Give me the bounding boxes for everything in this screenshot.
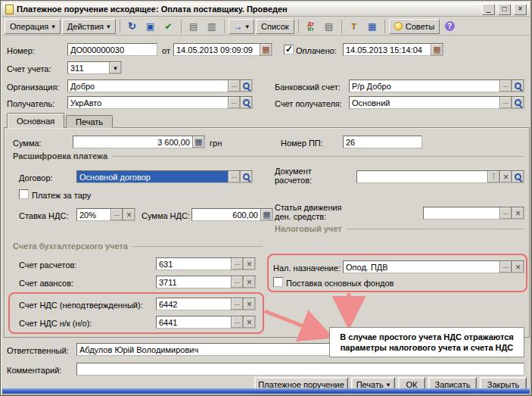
settlement-account-field[interactable]: 631: [156, 257, 256, 270]
lookup-button[interactable]: [512, 97, 524, 108]
settlement-account-label: Счет расчетов:: [19, 260, 76, 270]
annotation-note: В случае простого учета НДС отражаются п…: [329, 327, 524, 357]
post-document-icon[interactable]: [160, 19, 177, 34]
sum-field[interactable]: 3 600,00: [73, 136, 205, 148]
paid-date-field[interactable]: 14.05.2013 15:14:04: [343, 43, 443, 56]
list-button[interactable]: Список: [256, 19, 294, 34]
tab-print[interactable]: Печать: [66, 115, 113, 128]
clear-icon[interactable]: [512, 207, 524, 219]
refresh-icon[interactable]: [124, 19, 141, 34]
recipient-account-field[interactable]: Основний: [349, 96, 524, 109]
table-board-icon[interactable]: [364, 19, 381, 34]
goto-button[interactable]: [229, 19, 255, 34]
number-field[interactable]: ДО000000030: [67, 43, 157, 56]
lookup-button[interactable]: [240, 171, 252, 182]
tare-checkbox[interactable]: [19, 189, 29, 199]
ellipsis-icon[interactable]: [110, 209, 123, 220]
ellipsis-icon[interactable]: [228, 80, 240, 92]
pp-number-field[interactable]: 26: [343, 136, 422, 148]
calculator-icon[interactable]: [192, 136, 204, 148]
bank-account-field[interactable]: Р/р Добро: [349, 80, 524, 92]
vat-nk-field[interactable]: 6441: [156, 316, 256, 329]
maximize-button[interactable]: □: [498, 4, 511, 15]
vat-unconfirmed-label: Счет НДС (неподтвержденный):: [19, 301, 143, 310]
vat-nk-label: Счет НДС н/к (н/о):: [19, 319, 92, 328]
comment-field[interactable]: [76, 363, 524, 376]
vat-rate-field[interactable]: 20%: [76, 208, 135, 221]
magnifier-icon: [514, 98, 523, 108]
settlement-account-value: 631: [157, 258, 231, 270]
document-journal-icon[interactable]: [204, 19, 220, 34]
vat-sum-label: Сумма НДС:: [142, 211, 190, 220]
clear-icon[interactable]: [123, 209, 135, 220]
clear-icon[interactable]: [512, 261, 524, 273]
operation-menu-button[interactable]: Операция: [5, 19, 61, 34]
toolbar-separator: [120, 20, 120, 33]
tips-button[interactable]: Советы: [389, 19, 440, 34]
clear-icon[interactable]: [243, 298, 255, 310]
ellipsis-icon[interactable]: [231, 258, 243, 270]
ellipsis-icon[interactable]: [228, 97, 240, 108]
contract-label: Договор:: [19, 173, 53, 182]
vat-unconfirmed-field[interactable]: 6442: [156, 298, 256, 310]
copy-icon[interactable]: [142, 19, 159, 34]
ellipsis-icon[interactable]: [499, 261, 512, 273]
vat-rate-label: Ставка НДС:: [19, 211, 68, 220]
actions-menu-button[interactable]: Действия: [62, 19, 116, 34]
document-list-icon[interactable]: [185, 19, 202, 34]
contract-value: Основной договор: [77, 171, 228, 182]
number-value: ДО000000030: [68, 44, 157, 55]
recipient-field[interactable]: УкрАвто: [67, 96, 253, 109]
clear-icon[interactable]: [243, 276, 255, 288]
dropdown-icon[interactable]: [109, 62, 121, 73]
type-select-icon[interactable]: [487, 171, 499, 182]
lookup-button[interactable]: [240, 97, 252, 108]
tax-purpose-field[interactable]: Опод. ПДВ: [343, 260, 524, 273]
ellipsis-icon[interactable]: [499, 80, 512, 92]
dtkt-postings-icon[interactable]: [303, 19, 319, 34]
ellipsis-icon[interactable]: [499, 207, 512, 219]
advance-account-field[interactable]: 3711: [156, 276, 256, 288]
ellipsis-icon[interactable]: [231, 276, 243, 288]
lookup-button[interactable]: [512, 171, 524, 182]
help-button[interactable]: [441, 19, 458, 34]
ellipsis-icon[interactable]: [499, 97, 512, 108]
tab-print-label: Печать: [76, 117, 103, 126]
section-payment-details: Расшифровка платежа: [13, 151, 524, 161]
recipient-label: Получатель:: [7, 99, 54, 108]
clear-icon[interactable]: [243, 258, 255, 270]
calendar-icon[interactable]: [431, 44, 443, 55]
calculator-icon[interactable]: [260, 209, 272, 220]
clear-icon[interactable]: [243, 316, 255, 328]
report-icon[interactable]: [321, 19, 338, 34]
section-line: [132, 246, 263, 247]
clear-icon[interactable]: [499, 171, 512, 182]
date-field[interactable]: 14.05.2013 09:09:09: [173, 43, 272, 56]
settlement-doc-field[interactable]: [356, 170, 524, 183]
paid-checkbox[interactable]: [284, 45, 294, 55]
ellipsis-icon[interactable]: [231, 316, 243, 328]
account-combo[interactable]: 311: [67, 61, 122, 74]
section-accounts: Счета бухгалтерского учета: [13, 242, 263, 251]
organization-field[interactable]: Добро: [67, 80, 253, 92]
lookup-button[interactable]: [240, 80, 252, 92]
organization-label: Организация:: [7, 83, 59, 92]
vat-unconfirmed-value: 6442: [157, 298, 231, 310]
close-button[interactable]: ×: [514, 4, 527, 15]
contract-field[interactable]: Основной договор: [76, 170, 253, 183]
structure-icon[interactable]: [346, 19, 362, 34]
tab-main[interactable]: Основная: [7, 113, 64, 128]
cashflow-field[interactable]: [423, 207, 524, 220]
chevron-down-icon: [107, 23, 110, 30]
ellipsis-icon[interactable]: [231, 298, 243, 310]
toolbar-separator: [181, 20, 182, 33]
ellipsis-icon[interactable]: [228, 171, 240, 182]
minimize-button[interactable]: _: [482, 4, 495, 15]
toolbar-separator: [341, 20, 342, 33]
fixed-assets-checkbox[interactable]: [273, 277, 283, 287]
chevron-down-icon: [246, 23, 250, 30]
lookup-button[interactable]: [512, 80, 524, 92]
section-tax: Налоговый учет: [275, 224, 524, 233]
vat-sum-field[interactable]: 600,00: [191, 208, 273, 221]
calendar-icon[interactable]: [260, 44, 272, 55]
